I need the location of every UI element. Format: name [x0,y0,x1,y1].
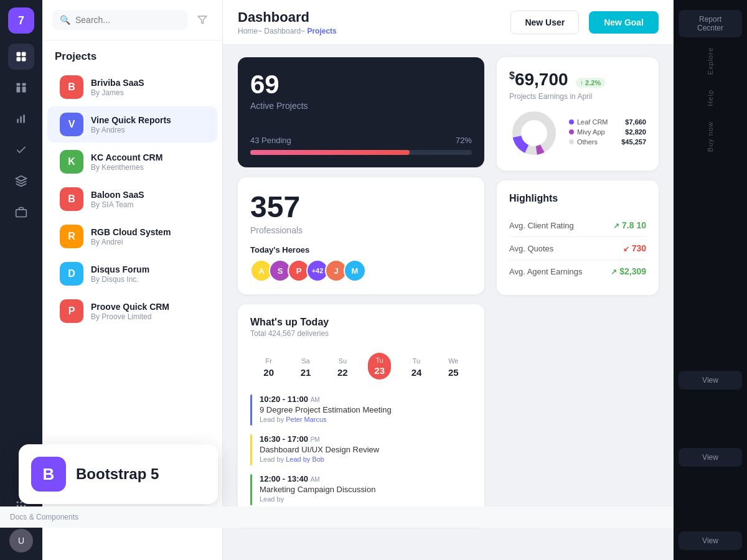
sidebar-title: Projects [42,40,222,68]
report-center-button[interactable]: Report Cecnter [679,10,742,37]
topbar: Dashboard Home~ Dashboard~ Projects New … [223,0,674,45]
legend-item-2: Others $45,257 [569,138,646,146]
highlights-title: Highlights [509,193,646,204]
breadcrumb: Home~ Dashboard~ Projects [238,27,500,35]
user-avatar-nav[interactable]: U [9,529,33,553]
calendar-day-20[interactable]: Fr20 [250,350,287,383]
project-list: B Briviba SaaS By James V Vine Quick Rep… [42,69,222,329]
sidebar-item-vine[interactable]: V Vine Quick Reports By Andres [47,106,217,142]
highlight-label-1: Avg. Quotes [509,244,553,253]
highlight-label-2: Avg. Agent Earnings [509,267,583,276]
schedule-lead-1: Lead by Lead by Bob [260,455,379,463]
project-icon-proove: P [60,299,83,323]
schedule-lead-link-1[interactable]: Lead by Bob [286,455,324,463]
sidebar-item-rgb[interactable]: R RGB Cloud System By Andrei [47,218,217,254]
project-info-disqus: Disqus Forum By Disqus Inc. [91,264,149,284]
donut-legend: Leaf CRM $7,660 Mivy App $2,820 Others $… [569,118,646,148]
project-sub-vine: By Andres [91,126,171,134]
new-user-button[interactable]: New User [510,11,579,34]
highlights-list: Avg. Client Rating ↗ 7.8 10 Avg. Quotes … [509,214,646,282]
view-button-2[interactable]: View [679,448,742,467]
search-box[interactable]: 🔍 [52,10,187,30]
project-sub-disqus: By Disqus Inc. [91,275,149,284]
calendar-day-22[interactable]: Su22 [324,350,361,383]
sidebar: 🔍 Projects B Briviba SaaS By James V Vin… [42,0,223,560]
highlight-row-0: Avg. Client Rating ↗ 7.8 10 [509,214,646,237]
sidebar-search-area: 🔍 [42,0,222,40]
nav-icon-check[interactable] [8,137,34,163]
active-projects-number: 69 [250,70,472,100]
earnings-chart-area: Leaf CRM $7,660 Mivy App $2,820 Others $… [509,108,646,158]
schedule-info-0: 10:20 - 11:00 AM 9 Degree Project Estima… [260,394,392,423]
highlight-label-0: Avg. Client Rating [509,221,574,230]
highlights-card: Highlights Avg. Client Rating ↗ 7.8 10 A… [497,180,659,295]
calendar-day-23[interactable]: Tu23 [361,348,398,385]
docs-label: Docs & Components [42,513,78,521]
svg-rect-1 [22,52,26,57]
project-info-proove: Proove Quick CRM By Proove Limited [91,302,169,321]
nav-icon-chart[interactable] [8,106,34,132]
svg-rect-12 [16,210,27,217]
schedule-event-1: 16:30 - 17:00 PM Dashboard UI/UX Design … [250,434,472,465]
schedule-lead-0: Lead by Peter Marcus [260,416,392,423]
legend-item-1: Mivy App $2,820 [569,128,646,136]
active-projects-card: 69 Active Projects 43 Pending 72% [238,57,484,167]
project-icon-briviba: B [60,75,83,99]
svg-marker-25 [198,16,206,24]
progress-bar-background [250,150,472,155]
project-name-proove: Proove Quick CRM [91,302,169,312]
topbar-title-area: Dashboard Home~ Dashboard~ Projects [238,9,500,35]
highlight-value-1: ↙ 730 [623,243,646,253]
right-panel: Report Cecnter Explore Help Buy now View… [674,0,747,560]
sidebar-item-disqus[interactable]: D Disqus Forum By Disqus Inc. [47,256,217,292]
schedule-time-0: 10:20 - 11:00 AM [260,394,392,404]
project-name-briviba: Briviba SaaS [91,78,144,88]
earnings-label: Projects Earnings in April [509,92,646,101]
pending-row: 43 Pending 72% [250,136,472,145]
buy-now-label[interactable]: Buy now [707,121,714,152]
breadcrumb-dash[interactable]: Dashboard [264,27,301,35]
nav-icon-dashboard[interactable] [8,44,34,70]
bootstrap-popup[interactable]: B Bootstrap 5 [42,444,218,504]
hero-avatar-extra-1: M [344,259,366,282]
calendar-day-21[interactable]: Sa21 [287,350,324,383]
sidebar-item-baloon[interactable]: B Baloon SaaS By SIA Team [47,181,217,217]
project-info-rgb: RGB Cloud System By Andrei [91,227,171,246]
new-goal-button[interactable]: New Goal [589,11,659,34]
highlight-value-2: ↗ $2,309 [611,266,646,276]
schedule-lead-link-0[interactable]: Peter Marcus [286,416,326,423]
help-label[interactable]: Help [707,90,714,106]
svg-rect-8 [17,119,19,123]
sidebar-item-briviba[interactable]: B Briviba SaaS By James [47,69,217,105]
breadcrumb-current[interactable]: Projects [307,27,336,35]
legend-item-0: Leaf CRM $7,660 [569,118,646,126]
schedule-info-2: 12:00 - 13:40 AM Marketing Campaign Disc… [260,474,375,503]
explore-label[interactable]: Explore [707,47,714,75]
view-button-1[interactable]: View [679,371,742,390]
nav-icon-layers[interactable] [8,168,34,194]
active-projects-label: Active Projects [250,101,472,111]
calendar-days: Fr20Sa21Su22Tu23Tu24We25 [250,348,472,385]
bootstrap-title: Bootstrap 5 [76,465,159,483]
nav-user-badge[interactable]: 7 [8,7,34,34]
nav-icon-grid[interactable] [8,75,34,101]
svg-rect-10 [23,114,25,123]
filter-icon[interactable] [192,10,212,30]
schedule-info-1: 16:30 - 17:00 PM Dashboard UI/UX Design … [260,434,379,463]
sidebar-item-kc[interactable]: K KC Account CRM By Keenthemes [47,144,217,180]
main-area: Dashboard Home~ Dashboard~ Projects New … [223,0,674,560]
svg-rect-9 [20,116,22,123]
search-input[interactable] [75,15,180,25]
breadcrumb-home[interactable]: Home [238,27,258,35]
nav-icon-briefcase[interactable] [8,199,34,225]
bootstrap-icon: B [42,457,66,492]
view-button-3[interactable]: View [679,531,742,550]
calendar-day-25[interactable]: We25 [435,350,472,383]
calendar-day-24[interactable]: Tu24 [398,350,435,383]
docs-bar[interactable]: Docs & Components 2 [42,506,223,528]
sidebar-item-proove[interactable]: P Proove Quick CRM By Proove Limited [47,293,217,329]
schedule-line-2 [250,474,252,505]
svg-rect-5 [22,83,26,86]
schedule-subtitle: Total 424,567 deliveries [250,329,472,338]
schedule-card: What's up Today Total 424,567 deliveries… [238,304,484,526]
